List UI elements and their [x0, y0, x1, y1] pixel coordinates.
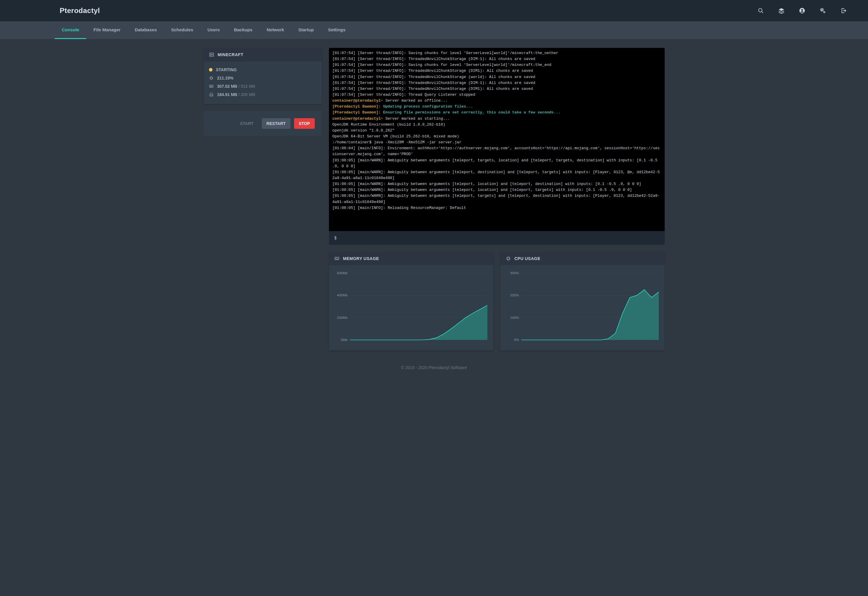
microchip-icon — [506, 256, 511, 261]
cogs-icon[interactable] — [819, 7, 826, 14]
svg-text:0Mb: 0Mb — [341, 338, 348, 342]
start-button: START — [235, 118, 258, 129]
memory-chart-card: MEMORY USAGE 0Mb200Mb400Mb600Mb — [329, 252, 493, 350]
server-info-card: MINECRAFT STARTING 211.19% 307.02 MB / 5… — [204, 48, 322, 104]
svg-text:100%: 100% — [510, 316, 519, 320]
memory-chart-title: MEMORY USAGE — [343, 256, 379, 261]
tab-settings[interactable]: Settings — [321, 21, 353, 39]
status-dot-icon — [209, 68, 213, 71]
memory-used: 307.02 MB — [217, 84, 237, 89]
header-icon-group — [757, 7, 847, 14]
command-prompt: $ — [334, 235, 337, 240]
tab-startup[interactable]: Startup — [291, 21, 321, 39]
svg-text:300%: 300% — [510, 271, 519, 275]
cpu-chart-title: CPU USAGE — [515, 256, 540, 261]
brand-title[interactable]: Pterodactyl — [60, 6, 100, 15]
memory-chart: 0Mb200Mb400Mb600Mb — [332, 270, 490, 346]
server-status: STARTING — [216, 67, 237, 72]
cpu-chart: 0%100%200%300% — [504, 270, 661, 346]
svg-text:600Mb: 600Mb — [337, 271, 348, 275]
svg-text:400Mb: 400Mb — [337, 293, 348, 297]
server-name: MINECRAFT — [218, 52, 244, 57]
tab-users[interactable]: Users — [200, 21, 227, 39]
server-icon — [209, 52, 214, 58]
tab-network[interactable]: Network — [260, 21, 291, 39]
microchip-icon — [209, 76, 214, 80]
cpu-percent: 211.19% — [217, 76, 233, 80]
hdd-icon — [209, 92, 214, 97]
console-output[interactable]: [01:07:54] [Server thread/INFO]: Saving … — [329, 48, 665, 231]
server-tabs: ConsoleFile ManagerDatabasesSchedulesUse… — [0, 21, 868, 39]
disk-total: / 200 MB — [237, 92, 255, 97]
footer-text: © 2015 - 2020 Pterodactyl Software — [0, 353, 868, 388]
tab-databases[interactable]: Databases — [128, 21, 164, 39]
top-header: Pterodactyl — [0, 0, 868, 21]
svg-text:0%: 0% — [514, 338, 519, 342]
svg-text:200%: 200% — [510, 293, 519, 297]
tab-file-manager[interactable]: File Manager — [86, 21, 128, 39]
tab-backups[interactable]: Backups — [227, 21, 260, 39]
restart-button[interactable]: RESTART — [262, 118, 291, 129]
disk-used: 184.91 MB — [217, 92, 237, 97]
svg-text:200Mb: 200Mb — [337, 316, 348, 320]
layers-icon[interactable] — [778, 7, 785, 14]
memory-total: / 512 MB — [237, 84, 255, 89]
sign-out-icon[interactable] — [840, 7, 847, 14]
search-icon[interactable] — [757, 7, 764, 14]
memory-icon — [209, 84, 214, 89]
memory-icon — [334, 256, 340, 261]
cpu-chart-card: CPU USAGE 0%100%200%300% — [500, 252, 665, 350]
command-input[interactable]: $ — [329, 231, 665, 245]
power-button-row: START RESTART STOP — [204, 111, 322, 136]
tab-schedules[interactable]: Schedules — [164, 21, 200, 39]
tab-console[interactable]: Console — [55, 21, 86, 39]
stop-button[interactable]: STOP — [294, 118, 315, 129]
user-circle-icon[interactable] — [799, 7, 805, 14]
